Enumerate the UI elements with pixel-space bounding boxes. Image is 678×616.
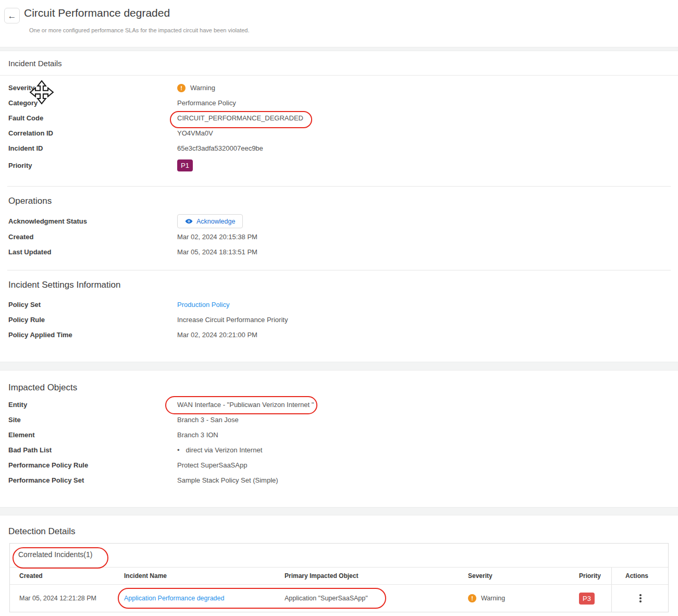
column-actions: Actions [611,568,669,584]
site-value: Branch 3 - San Jose [177,416,239,424]
created-value: Mar 02, 2024 20:15:38 PM [177,233,257,241]
page-subtitle: One or more configured performance SLAs … [29,27,250,33]
incident-id-value: 65e3cf3adfa5320007eec9be [177,144,263,152]
impacted-objects-title: Impacted Objects [0,371,678,393]
bullet-icon: • [177,446,180,454]
eye-icon [185,217,193,225]
detection-details-card: Detection Details Correlated Incidents(1… [0,515,678,612]
impacted-objects-card: Impacted Objects Entity WAN Interface - … [0,371,678,507]
section-separator [0,362,678,371]
performance-policy-rule-value: Protect SuperSaaSApp [177,461,247,469]
row-incident-name-link[interactable]: Application Performance degraded [124,595,224,602]
category-row: Category Performance Policy [0,95,678,110]
incident-details-card: Incident Details Severity ! Warning Cate… [0,51,678,362]
incident-id-row: Incident ID 65e3cf3adfa5320007eec9be [0,141,678,156]
severity-label: Severity [8,84,177,92]
incident-settings-title: Incident Settings Information [8,280,678,290]
acknowledge-button[interactable]: Acknowledge [177,214,243,228]
back-button[interactable]: ← [4,8,20,23]
policy-set-link[interactable]: Production Policy [177,301,229,309]
warning-icon: ! [177,84,186,92]
row-primary-impacted-object: Application "SuperSaaSApp" [285,595,468,602]
performance-policy-rule-row: Performance Policy Rule Protect SuperSaa… [0,458,678,473]
section-separator [0,47,678,51]
column-incident-name: Incident Name [124,572,285,580]
acknowledge-button-label: Acknowledge [196,218,235,225]
site-row: Site Branch 3 - San Jose [0,412,678,427]
row-severity: Warning [481,595,505,602]
last-updated-row: Last Updated Mar 05, 2024 18:13:51 PM [0,244,678,260]
column-priority: Priority [579,572,611,580]
priority-label: Priority [8,162,177,169]
divider [7,186,671,187]
bad-path-list-value: direct via Verizon Internet [186,446,263,454]
severity-row: Severity ! Warning [0,80,678,95]
created-row: Created Mar 02, 2024 20:15:38 PM [0,229,678,244]
ack-status-row: Acknowledgment Status Acknowledge [0,213,678,229]
site-label: Site [8,416,177,424]
element-value: Branch 3 ION [177,431,218,439]
row-created: Mar 05, 2024 12:21:28 PM [10,595,124,602]
policy-rule-value: Increase Circuit Performance Priority [177,316,288,324]
performance-policy-rule-label: Performance Policy Rule [8,461,177,469]
fault-code-row: Fault Code CIRCUIT_PERFORMANCE_DEGRADED [0,110,678,126]
last-updated-label: Last Updated [8,248,177,256]
section-separator [0,507,678,515]
policy-set-row: Policy Set Production Policy [0,297,678,312]
element-row: Element Branch 3 ION [0,427,678,442]
performance-policy-set-label: Performance Policy Set [8,476,177,484]
correlation-id-value: YO4VMa0V [177,129,213,137]
entity-row: Entity WAN Interface - "Publicwan Verizo… [0,397,678,412]
incident-detail-page: ← Circuit Performance degraded One or mo… [0,0,678,616]
page-title: Circuit Performance degraded [24,7,170,19]
element-label: Element [8,431,177,439]
detection-details-title: Detection Details [0,515,678,537]
severity-value: Warning [190,84,215,92]
column-severity: Severity [468,572,579,580]
correlated-incidents-table: Correlated Incidents(1) Created Incident… [9,543,669,612]
warning-icon: ! [468,594,476,602]
row-priority-badge: P3 [579,593,595,605]
policy-applied-time-label: Policy Applied Time [8,331,177,339]
fault-code-value: CIRCUIT_PERFORMANCE_DEGRADED [177,114,303,122]
incident-id-label: Incident ID [8,144,177,152]
page-header: ← Circuit Performance degraded One or mo… [0,0,678,47]
policy-applied-time-row: Policy Applied Time Mar 02, 2024 20:21:0… [0,327,678,342]
correlated-incidents-count: Correlated Incidents(1) [10,544,668,568]
ack-status-label: Acknowledgment Status [8,217,177,225]
performance-policy-set-row: Performance Policy Set Sample Stack Poli… [0,473,678,488]
priority-row: Priority P1 [0,156,678,175]
column-created: Created [10,572,124,580]
correlation-id-row: Correlation ID YO4VMa0V [0,126,678,141]
table-row: Mar 05, 2024 12:21:28 PM Application Per… [10,585,668,612]
fault-code-label: Fault Code [8,114,177,122]
entity-value: WAN Interface - "Publicwan Verizon Inter… [177,401,314,409]
incident-details-title: Incident Details [0,51,678,76]
policy-rule-row: Policy Rule Increase Circuit Performance… [0,312,678,327]
last-updated-value: Mar 05, 2024 18:13:51 PM [177,248,257,256]
performance-policy-set-value: Sample Stack Policy Set (Simple) [177,476,278,484]
row-actions-kebab-icon[interactable] [636,591,645,606]
policy-rule-label: Policy Rule [8,316,177,324]
table-header-row: Created Incident Name Primary Impacted O… [10,568,668,585]
entity-label: Entity [8,401,177,409]
created-label: Created [8,233,177,241]
column-primary-impacted-object: Primary Impacted Object [285,572,468,580]
divider [7,270,671,270]
bad-path-list-row: Bad Path List • direct via Verizon Inter… [0,442,678,458]
policy-set-label: Policy Set [8,301,177,309]
policy-applied-time-value: Mar 02, 2024 20:21:00 PM [177,331,257,339]
priority-badge: P1 [177,159,193,171]
category-value: Performance Policy [177,99,236,107]
category-label: Category [8,99,177,107]
bad-path-list-label: Bad Path List [8,446,177,454]
operations-title: Operations [8,196,678,206]
correlation-id-label: Correlation ID [8,129,177,137]
